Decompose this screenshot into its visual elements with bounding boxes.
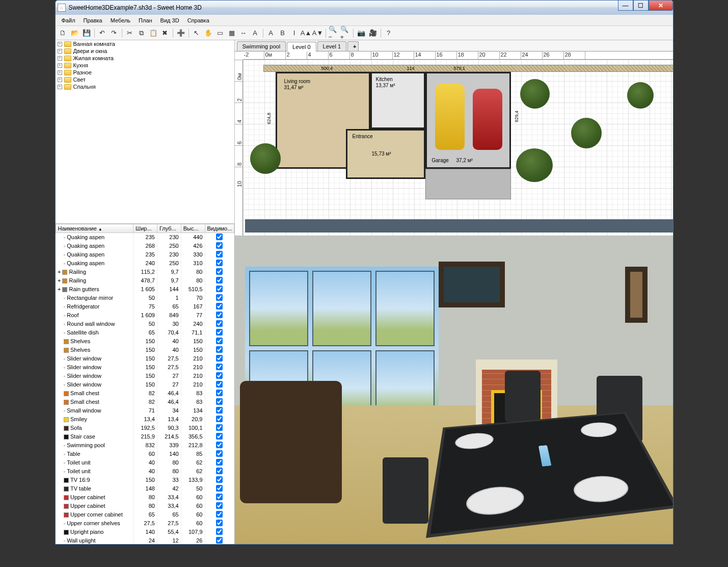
bush-5[interactable] [627,82,654,109]
add-level-button[interactable]: + [347,41,359,51]
bush-2[interactable] [520,79,550,109]
visible-checkbox[interactable] [216,251,223,257]
visible-checkbox[interactable] [216,468,223,474]
expand-icon[interactable]: + [58,42,62,46]
furniture-column-header[interactable]: Шир... [133,224,157,233]
paste-button[interactable]: 📋 [148,28,159,39]
table-row[interactable]: ▫Quaking aspen235230440 [56,233,234,242]
table-row[interactable]: ▫Upper corner shelves27,527,560 [56,519,234,528]
bush-4[interactable] [571,118,602,148]
table-row[interactable]: ▫Wall uplight241226 [56,536,234,545]
table-row[interactable]: ▫Slider window15027210 [56,380,234,389]
visible-checkbox[interactable] [216,346,223,353]
bush-1[interactable] [250,143,281,174]
catalog-category[interactable]: +Ванная комната [56,40,234,47]
visible-checkbox[interactable] [216,450,223,457]
room-entrance[interactable]: Entrance 15,73 м² [346,129,425,179]
visible-checkbox[interactable] [216,372,223,379]
table-row[interactable]: Upright piano14055,4107,9 [56,528,234,536]
visible-checkbox[interactable] [216,476,223,483]
expand-icon[interactable]: + [58,63,62,68]
level-tab[interactable]: Level 1 [317,41,346,51]
table-row[interactable]: +Railing115,29,780 [56,268,234,276]
visible-checkbox[interactable] [216,286,223,292]
room-button[interactable]: ▦ [226,28,237,39]
visible-checkbox[interactable] [216,242,223,249]
visible-checkbox[interactable] [216,381,223,388]
catalog-category[interactable]: +Разное [56,69,234,76]
plan-canvas[interactable]: -20м246810121416182022242628 0м246810 Li… [235,51,673,236]
help-button[interactable]: ? [383,28,394,39]
text-button[interactable]: A [250,28,261,39]
view-3d[interactable]: ✥ [235,236,673,544]
level-tab[interactable]: Swimming pool [237,41,286,51]
level-tab[interactable]: Level 0 [287,42,316,51]
visible-checkbox[interactable] [216,520,223,526]
visible-checkbox[interactable] [216,407,223,414]
font-color-button[interactable]: A [265,28,277,39]
table-row[interactable]: Upper cabinet8033,460 [56,502,234,510]
table-row[interactable]: ▫Toilet unit408062 [56,458,234,467]
furniture-column-header[interactable]: Видимо... [205,224,234,233]
table-row[interactable]: Shelves15040150 [56,346,234,354]
visible-checkbox[interactable] [216,398,223,405]
visible-checkbox[interactable] [216,424,223,431]
visible-checkbox[interactable] [216,234,223,240]
furniture-column-header[interactable]: Глуб... [157,224,181,233]
table-row[interactable]: ▫Quaking aspen268250426 [56,242,234,250]
table-row[interactable]: ▫Round wall window5030240 [56,320,234,328]
table-row[interactable]: ▫Quaking aspen235230330 [56,250,234,259]
visible-checkbox[interactable] [216,303,223,310]
table-row[interactable]: ▫Quaking aspen240250310 [56,259,234,268]
visible-checkbox[interactable] [216,268,223,275]
copy-button[interactable]: ⧉ [136,28,147,39]
menu-План[interactable]: План [134,16,156,24]
undo-button[interactable]: ↶ [97,28,108,39]
visible-checkbox[interactable] [216,528,223,535]
text-size-down-button[interactable]: A▼ [312,28,323,39]
table-row[interactable]: Upper cabinet8033,460 [56,493,234,502]
visible-checkbox[interactable] [216,329,223,336]
table-row[interactable]: TV 16:915033133,9 [56,476,234,484]
visible-checkbox[interactable] [216,433,223,440]
table-row[interactable]: Smiley13,413,420,9 [56,415,234,424]
visible-checkbox[interactable] [216,459,223,466]
open-file-button[interactable]: 📂 [69,28,80,39]
expand-icon[interactable]: + [58,277,61,284]
car-red[interactable] [473,89,502,150]
menu-Правка[interactable]: Правка [79,16,106,24]
table-row[interactable]: ▫Table6014085 [56,450,234,458]
furniture-column-header[interactable]: Выс... [181,224,205,233]
visible-checkbox[interactable] [216,511,223,518]
visible-checkbox[interactable] [216,364,223,370]
visible-checkbox[interactable] [216,277,223,284]
expand-icon[interactable]: + [58,78,62,82]
new-file-button[interactable]: 🗋 [58,28,69,39]
furniture-column-header[interactable]: Наименование ▲ [56,224,133,233]
visible-checkbox[interactable] [216,442,223,448]
furniture-list-panel[interactable]: Наименование ▲Шир...Глуб...Выс...Видимо.… [56,224,234,544]
catalog-category[interactable]: +Спальня [56,83,234,90]
redo-button[interactable]: ↷ [109,28,120,39]
table-row[interactable]: ▫Satellite dish6570,471,1 [56,328,234,337]
save-file-button[interactable]: 💾 [81,28,92,39]
bold-button[interactable]: B [277,28,288,39]
close-button[interactable]: ✕ [649,1,673,11]
expand-icon[interactable]: + [58,56,62,61]
visible-checkbox[interactable] [216,260,223,266]
table-row[interactable]: Small chest8246,483 [56,389,234,398]
table-row[interactable]: TV table1484250 [56,484,234,493]
zoom-out-button[interactable]: 🔍− [328,28,339,39]
maximize-button[interactable]: ☐ [633,1,649,11]
table-row[interactable]: Sofa192,590,3100,1 [56,424,234,432]
table-row[interactable]: Upper corner cabinet656560 [56,510,234,519]
cut-button[interactable]: ✂ [124,28,136,39]
visible-checkbox[interactable] [216,355,223,362]
car-yellow[interactable] [435,84,465,150]
expand-icon[interactable]: + [58,286,61,292]
room-garage[interactable]: Garage 37,2 м² [425,72,511,169]
menu-Мебель[interactable]: Мебель [106,16,134,24]
wall-button[interactable]: ▭ [214,28,226,39]
catalog-category[interactable]: +Кухня [56,62,234,69]
visible-checkbox[interactable] [216,320,223,327]
